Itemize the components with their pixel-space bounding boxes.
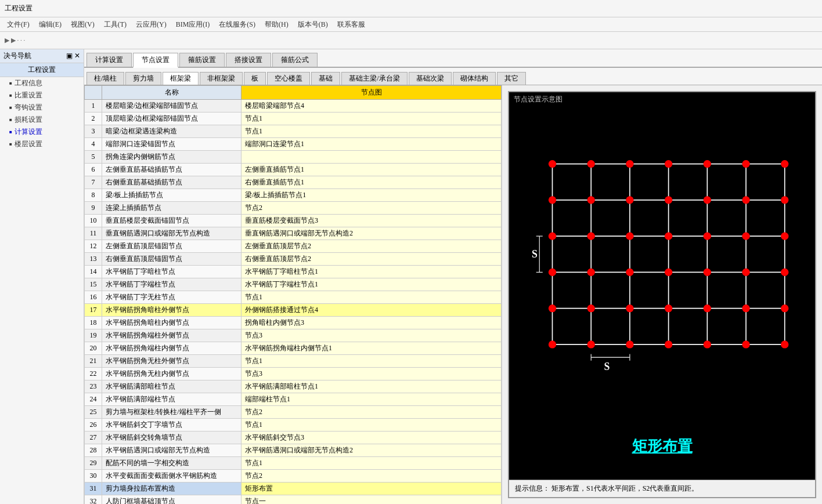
table-row[interactable]: 16水平钢筋丁字无柱节点节点1 — [85, 291, 502, 304]
cell-name: 水平钢筋拐角端柱外侧节点 — [102, 329, 241, 342]
tab-lap-settings[interactable]: 搭接设置 — [226, 53, 271, 67]
sub-tab-hollow-floor[interactable]: 空心楼盖 — [267, 72, 310, 85]
cell-node: 左侧垂直筋顶层节点2 — [241, 240, 502, 253]
table-row[interactable]: 3暗梁/边框梁遇连梁构造节点1 — [85, 125, 502, 138]
table-row[interactable]: 14水平钢筋丁字暗柱节点水平钢筋丁字暗柱节点1 — [85, 266, 502, 278]
menu-edit[interactable]: 编辑(E) — [34, 19, 66, 31]
table-container[interactable]: 名称 节点图 1楼层暗梁/边框梁端部锚固节点楼层暗梁端部节点42顶层暗梁/边框梁… — [84, 85, 502, 504]
cell-node: 节点3 — [241, 368, 502, 380]
table-row[interactable]: 25剪力墙与框架柱/转换柱/端柱平齐一侧节点2 — [85, 406, 502, 419]
sub-tab-masonry[interactable]: 砌体结构 — [453, 72, 496, 85]
svg-point-24 — [704, 196, 711, 204]
tab-calc-settings[interactable]: 计算设置 — [86, 53, 132, 67]
table-row[interactable]: 15水平钢筋丁字端柱节点水平钢筋丁字端柱节点1 — [85, 278, 502, 291]
menu-file[interactable]: 文件(F) — [2, 19, 34, 31]
table-row[interactable]: 18水平钢筋拐角暗柱内侧节点拐角暗柱内侧节点3 — [85, 317, 502, 329]
sub-tab-others[interactable]: 其它 — [497, 72, 526, 85]
svg-point-26 — [781, 196, 788, 204]
table-row[interactable]: 23水平钢筋满部暗柱节点水平钢筋满部暗柱节点1 — [85, 380, 502, 393]
menu-tools[interactable]: 工具(T) — [99, 19, 131, 31]
menu-bim[interactable]: BIM应用(I) — [171, 19, 215, 31]
tab-node-settings[interactable]: 节点设置 — [133, 53, 178, 68]
table-row[interactable]: 6左侧垂直筋基础插筋节点左侧垂直插筋节点1 — [85, 164, 502, 176]
menu-version[interactable]: 版本号(B) — [293, 19, 333, 31]
menu-view[interactable]: 视图(V) — [66, 19, 99, 31]
table-row[interactable]: 8梁/板上插插筋节点梁/板上插插筋节点1 — [85, 189, 502, 202]
cell-name: 人防门框墙基础顶节点 — [102, 495, 241, 505]
sub-tab-shear-wall[interactable]: 剪力墙 — [125, 72, 161, 85]
cell-num: 28 — [85, 444, 102, 457]
sidebar-item-hook[interactable]: ■ 弯钩设置 — [0, 101, 84, 114]
table-row[interactable]: 9连梁上插插筋节点节点2 — [85, 202, 502, 215]
svg-point-50 — [626, 340, 633, 348]
cell-num: 24 — [85, 393, 102, 406]
table-row[interactable]: 28水平钢筋遇洞口或端部无节点构造水平钢筋遇洞口或端部无节点构造2 — [85, 444, 502, 457]
table-row[interactable]: 2顶层暗梁/边框梁端部锚固节点节点1 — [85, 113, 502, 125]
cell-name: 左侧垂直筋顶层锚固节点 — [102, 240, 241, 253]
cell-num: 31 — [85, 483, 102, 495]
sub-tab-column[interactable]: 柱/墙柱 — [86, 72, 124, 85]
sub-tab-frame-beam[interactable]: 框架梁 — [163, 72, 199, 85]
table-row[interactable]: 22水平钢筋拐角无柱内侧节点节点3 — [85, 368, 502, 380]
table-row[interactable]: 32人防门框墙基础顶节点节点一 — [85, 495, 502, 505]
cell-node: 矩形布置 — [241, 483, 502, 495]
cell-name: 水平钢筋丁字无柱节点 — [102, 291, 241, 304]
table-row[interactable]: 4端部洞口连梁锚固节点端部洞口连梁节点1 — [85, 138, 502, 151]
menu-contact[interactable]: 联系客服 — [333, 19, 370, 31]
table-row[interactable]: 11垂直钢筋遇洞口或端部无节点构造垂直钢筋遇洞口或端部无节点构造2 — [85, 227, 502, 240]
table-row[interactable]: 12左侧垂直筋顶层锚固节点左侧垂直筋顶层节点2 — [85, 240, 502, 253]
sidebar-controls[interactable]: ▣ ✕ — [66, 52, 80, 60]
sub-tab-non-frame-beam[interactable]: 非框架梁 — [200, 72, 243, 85]
table-row[interactable]: 29配筋不同的墙一字相交构造节点1 — [85, 457, 502, 470]
tab-stirrup-settings[interactable]: 箍筋设置 — [179, 53, 225, 67]
sub-tab-secondary-foundation-beam[interactable]: 基础次梁 — [409, 72, 452, 85]
svg-point-21 — [587, 196, 595, 204]
right-panel: 节点设置示意图 — [502, 85, 822, 504]
table-row[interactable]: 30水平变截面面变截面侧水平钢筋构造节点2 — [85, 470, 502, 483]
table-row[interactable]: 24水平钢筋满部端柱节点端部端柱节点1 — [85, 393, 502, 406]
sub-tab-slab[interactable]: 板 — [244, 72, 266, 85]
table-row[interactable]: 7右侧垂直筋基础插筋节点右侧垂直插筋节点1 — [85, 176, 502, 189]
cell-node: 水平钢筋满部暗柱节点1 — [241, 380, 502, 393]
cell-name: 水平变截面面变截面侧水平钢筋构造 — [102, 470, 241, 483]
svg-point-54 — [781, 340, 788, 348]
menu-help[interactable]: 帮助(H) — [260, 19, 293, 31]
svg-point-25 — [742, 196, 749, 204]
sidebar-item-project-info[interactable]: ■ 工程信息 — [0, 77, 84, 89]
menu-online[interactable]: 在线服务(S) — [214, 19, 260, 31]
cell-node: 节点2 — [241, 470, 502, 483]
svg-point-28 — [587, 232, 595, 240]
sub-tab-main-foundation-beam[interactable]: 基础主梁/承台梁 — [341, 72, 407, 85]
cell-name: 水平钢筋拐角无柱内侧节点 — [102, 368, 241, 380]
cell-name: 剪力墙身拉筋布置构造 — [102, 483, 241, 495]
sub-tab-foundation[interactable]: 基础 — [311, 72, 340, 85]
table-row[interactable]: 10垂直筋楼层变截面锚固节点垂直筋楼层变截面节点3 — [85, 215, 502, 227]
table-row[interactable]: 31剪力墙身拉筋布置构造矩形布置 — [85, 483, 502, 495]
sidebar-item-weight[interactable]: ■ 比重设置 — [0, 89, 84, 101]
table-row[interactable]: 5拐角连梁内侧钢筋节点 — [85, 151, 502, 164]
cell-node: 节点2 — [241, 202, 502, 215]
cell-node: 右侧垂直插筋节点1 — [241, 176, 502, 189]
table-row[interactable]: 21水平钢筋拐角无柱外侧节点节点1 — [85, 355, 502, 368]
table-row[interactable]: 19水平钢筋拐角端柱外侧节点节点3 — [85, 329, 502, 342]
table-row[interactable]: 1楼层暗梁/边框梁端部锚固节点楼层暗梁端部节点4 — [85, 100, 502, 113]
header-name: 名称 — [102, 86, 241, 100]
table-row[interactable]: 17水平钢筋拐角暗柱外侧节点外侧钢筋搭接通过节点4 — [85, 304, 502, 317]
table-row[interactable]: 26水平钢筋斜交丁字墙节点节点1 — [85, 419, 502, 432]
sidebar-item-loss[interactable]: ■ 损耗设置 — [0, 114, 84, 126]
sidebar-item-floor[interactable]: ■ 楼层设置 — [0, 138, 84, 150]
sidebar-item-calc[interactable]: ■ 计算设置 — [0, 126, 84, 138]
bullet-icon: ■ — [9, 129, 12, 135]
cell-num: 12 — [85, 240, 102, 253]
table-row[interactable]: 20水平钢筋拐角端柱内侧节点水平钢筋拐角端柱内侧节点1 — [85, 342, 502, 355]
node-hint: 提示信息： 矩形布置，S1代表水平间距，S2代表垂直间距。 — [509, 480, 815, 497]
table-row[interactable]: 27水平钢筋斜交转角墙节点水平钢筋斜交节点3 — [85, 432, 502, 444]
table-row[interactable]: 13右侧垂直筋顶层锚固节点右侧垂直筋顶层节点2 — [85, 253, 502, 266]
svg-point-17 — [704, 160, 711, 168]
tab-stirrup-formula[interactable]: 箍筋公式 — [272, 53, 318, 67]
grid-visualization: S S — [527, 113, 798, 422]
menu-cloud[interactable]: 云应用(Y) — [131, 19, 171, 31]
cell-name: 剪力墙与框架柱/转换柱/端柱平齐一侧 — [102, 406, 241, 419]
svg-point-33 — [781, 232, 788, 240]
svg-point-18 — [742, 160, 749, 168]
